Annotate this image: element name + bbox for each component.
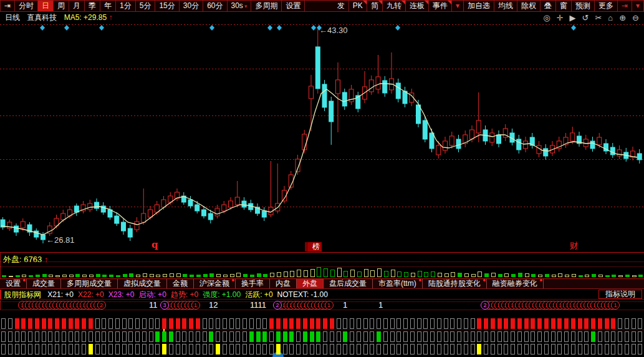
volume-bar	[458, 273, 462, 277]
signal-grid-bar	[203, 318, 207, 329]
signal-grid-bar	[169, 331, 173, 342]
volume-bar	[236, 273, 241, 277]
signal-grid-bar	[611, 318, 615, 329]
signal-grid-bar	[155, 344, 160, 355]
signal-grid-bar	[537, 344, 542, 355]
volume-bar	[424, 272, 428, 277]
left-arrow-icon: ←	[46, 235, 54, 245]
volume-bar	[116, 275, 120, 277]
candle	[336, 80, 340, 94]
candle	[517, 139, 521, 150]
volume-bar	[350, 270, 355, 277]
signal-grid-bar	[283, 318, 287, 329]
signal-grid-bar	[122, 344, 127, 355]
signal-grid-bar	[357, 344, 361, 355]
tab-换手率[interactable]: 换手率	[236, 279, 270, 288]
tab-沪深金额[interactable]: 沪深金额	[194, 279, 236, 288]
volume-bar	[344, 271, 348, 277]
signal-grid-bar	[48, 331, 52, 342]
volume-bar	[102, 275, 107, 277]
signal-grid-bar	[276, 331, 281, 342]
signal-circle: 2	[481, 301, 489, 310]
volume-bar	[438, 273, 442, 277]
signal-grid-bar	[236, 331, 240, 342]
signal-grid-bar	[42, 318, 46, 329]
indicator-help-button[interactable]: 指标说明	[598, 290, 642, 299]
signal-grid-bar	[410, 344, 415, 355]
low-price-annotation: ←26.81	[46, 235, 75, 245]
signal-grid-bar	[1, 331, 6, 342]
signal-grid-bar	[203, 331, 207, 342]
candle	[235, 197, 239, 205]
signal-grid-bar	[142, 331, 147, 342]
volume-bar	[565, 275, 569, 277]
signal-grid-bar	[69, 318, 73, 329]
signal-grid-bar	[8, 344, 12, 355]
tab-多周期成交量[interactable]: 多周期成交量	[61, 279, 118, 288]
signal-grid-bar	[464, 344, 468, 355]
candle	[597, 137, 602, 145]
signal-grid-bar	[115, 331, 120, 342]
volume-bar	[504, 273, 509, 277]
volume-bar	[317, 267, 321, 277]
event-diamond-icon	[277, 25, 282, 31]
signal-grid-bar	[343, 318, 347, 329]
signal-grid-bar	[323, 344, 327, 355]
signal-grid-bar	[256, 318, 261, 329]
volume-bar	[196, 275, 201, 277]
signal-grid-bar	[229, 318, 234, 329]
signal-grid-bar	[544, 344, 549, 355]
tab-设置[interactable]: 设置	[0, 279, 27, 288]
signal-grid-bar	[108, 331, 113, 342]
signal-grid-bar	[370, 344, 374, 355]
signal-grid-bar	[417, 331, 421, 342]
signal-grid-bar	[477, 318, 481, 329]
candle	[369, 80, 373, 92]
volume-bar	[464, 273, 469, 277]
volume-bar	[612, 275, 616, 277]
signal-grid-bar	[303, 344, 307, 355]
signal-grid-bar	[223, 331, 227, 342]
signal-grid-bar	[310, 318, 314, 329]
volume-bar	[290, 271, 294, 277]
tab-虚拟成交量[interactable]: 虚拟成交量	[118, 279, 167, 288]
candle	[524, 141, 528, 149]
signal-grid-bar	[484, 331, 488, 342]
tab-盘后成交量[interactable]: 盘后成交量	[324, 279, 373, 288]
signal-grid-bar	[55, 318, 59, 329]
event-diamond-icon	[99, 25, 104, 31]
signal-grid-bar	[262, 318, 267, 329]
candle	[215, 208, 219, 216]
signal-grid-bar	[625, 331, 629, 342]
signal-grid-bar	[289, 344, 294, 355]
signal-grid-bar	[370, 331, 374, 342]
tab-内盘[interactable]: 内盘	[270, 279, 297, 288]
signal-grid-bar	[437, 331, 441, 342]
event-badge-bang[interactable]: 榜	[305, 242, 322, 252]
signal-grid-bar	[383, 331, 388, 342]
candle	[148, 210, 153, 217]
volume-bar	[579, 275, 583, 277]
signal-grid-bar	[396, 331, 401, 342]
signal-grid-bar	[330, 331, 334, 342]
tab-市盈率(ttm)[interactable]: 市盈率(ttm)	[373, 279, 423, 288]
signal-grid-bar	[544, 318, 549, 329]
tab-融资融券变化[interactable]: 融资融券变化	[487, 279, 544, 288]
signal-grid-bar	[537, 318, 542, 329]
tab-外盘[interactable]: 外盘	[297, 279, 324, 288]
tab-成交量[interactable]: 成交量	[27, 279, 61, 288]
signal-grid-bar	[229, 344, 234, 355]
signal-grid-bar	[89, 318, 93, 329]
signal-grid-bar	[243, 331, 247, 342]
signal-grid-bar	[423, 318, 428, 329]
volume-bar	[391, 270, 395, 277]
signal-grid-bar	[21, 344, 26, 355]
volume-bar	[156, 275, 160, 277]
volume-bar	[216, 274, 221, 277]
signal-grid-bar	[209, 318, 213, 329]
signal-grid-bar	[75, 318, 79, 329]
tab-陆股通持股变化[interactable]: 陆股通持股变化	[423, 279, 487, 288]
signal-grid-bar	[350, 344, 354, 355]
tab-金额[interactable]: 金额	[167, 279, 194, 288]
volume-bar	[170, 273, 174, 277]
